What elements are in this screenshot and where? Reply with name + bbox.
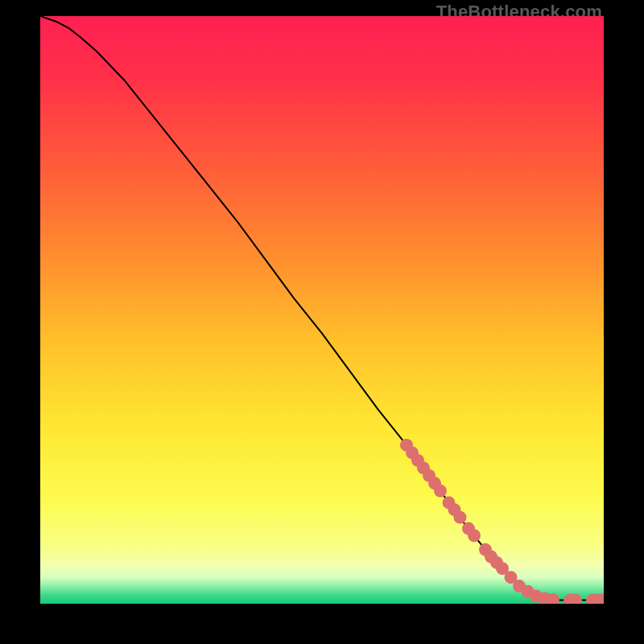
chart-plot [40,16,604,604]
chart-frame: TheBottleneck.com [0,0,644,644]
gradient-background [40,16,604,604]
scatter-point [454,511,467,524]
scatter-point [434,485,447,497]
scatter-point [468,529,481,542]
